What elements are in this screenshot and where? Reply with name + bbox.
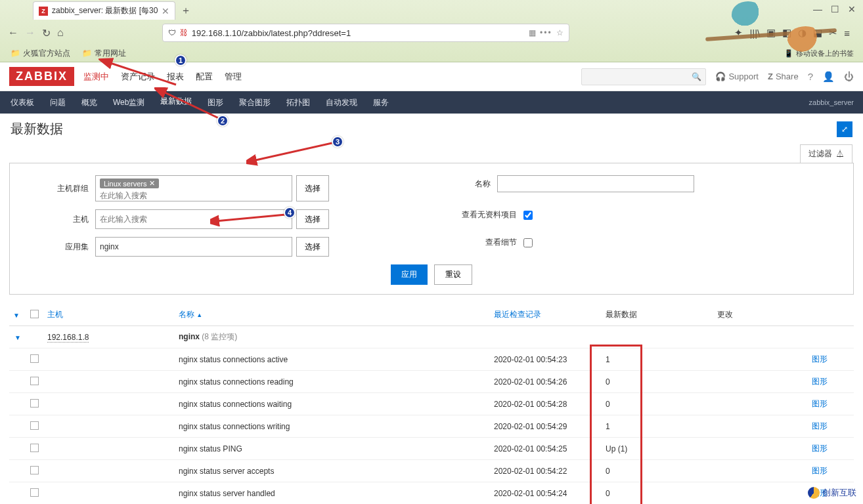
subnav-problems[interactable]: 问题 [49, 91, 67, 115]
application-field[interactable] [100, 242, 288, 251]
subnav-latest[interactable]: 最新数据 [159, 89, 193, 116]
graph-link[interactable]: 图形 [812, 377, 828, 386]
annotation-badge-1: 1 [175, 54, 187, 66]
select-all-checkbox[interactable] [30, 310, 39, 318]
watermark: 创新互联 [808, 487, 856, 499]
th-host[interactable]: 主机 [47, 310, 63, 319]
bookmark-label: 火狐官方站点 [23, 48, 70, 59]
last-check: 2020-02-01 00:54:23 [490, 348, 602, 371]
subnav-services[interactable]: 服务 [372, 91, 390, 115]
graph-link[interactable]: 图形 [812, 444, 828, 453]
row-checkbox[interactable] [30, 466, 39, 474]
host-link[interactable]: 192.168.1.8 [47, 333, 89, 343]
row-checkbox[interactable] [30, 354, 39, 363]
nav-configuration[interactable]: 配置 [196, 63, 213, 91]
name-input[interactable] [497, 175, 694, 192]
nav-reports[interactable]: 报表 [167, 63, 184, 91]
support-link[interactable]: 🎧 Support [715, 72, 759, 81]
bookmark-star-icon[interactable]: ☆ [556, 28, 564, 37]
annotation-badge-2: 2 [217, 115, 229, 127]
item-name: nginx status connections reading [175, 371, 490, 393]
hostgroups-search-field[interactable] [100, 191, 288, 200]
close-window-button[interactable]: ✕ [846, 4, 858, 14]
collapse-all-icon[interactable]: ▼ [13, 312, 20, 319]
global-search[interactable]: 🔍 [581, 68, 706, 85]
collapse-group-icon[interactable]: ▼ [14, 334, 21, 341]
nav-administration[interactable]: 管理 [225, 63, 242, 91]
application-input[interactable] [95, 237, 292, 257]
application-select-button[interactable]: 选择 [296, 237, 329, 257]
filter-panel: 主机群组 Linux servers ✕ 选择 名称 [9, 163, 854, 295]
logout-icon[interactable]: ⏻ [844, 71, 854, 82]
hostgroups-input[interactable]: Linux servers ✕ [95, 175, 292, 201]
show-without-data-checkbox[interactable] [523, 211, 533, 220]
browser-tab[interactable]: Z zabbix_server: 最新数据 [每30 ✕ [33, 1, 175, 20]
home-button[interactable]: ⌂ [57, 27, 64, 39]
last-data: 1 [602, 348, 713, 371]
zabbix-logo[interactable]: ZABBIX [9, 67, 74, 86]
new-tab-button[interactable]: ＋ [181, 4, 191, 18]
bookmark-label: 常用网址 [95, 48, 126, 59]
filter-icon: ⏃ [836, 150, 844, 159]
share-link[interactable]: Z Share [768, 72, 799, 81]
reader-icon[interactable]: ▦ [529, 28, 536, 37]
item-name: nginx status connections waiting [175, 393, 490, 415]
filter-tab[interactable]: 过滤器 ⏃ [800, 144, 852, 163]
hostgroups-select-button[interactable]: 选择 [296, 175, 329, 201]
subnav-maps[interactable]: 拓扑图 [285, 91, 311, 115]
th-change: 更改 [717, 310, 733, 319]
row-checkbox[interactable] [30, 488, 39, 497]
bookmark-common-sites[interactable]: 📁 常用网址 [82, 48, 126, 59]
reload-button[interactable]: ↻ [42, 27, 51, 39]
page-title: 最新数据 [11, 120, 63, 138]
row-checkbox[interactable] [30, 444, 39, 452]
hosts-input[interactable] [95, 209, 292, 229]
subnav-web[interactable]: Web监测 [112, 91, 146, 115]
subnav-screens[interactable]: 聚合图形 [238, 91, 272, 115]
forward-button[interactable]: → [25, 27, 35, 39]
th-last-check[interactable]: 最近检查记录 [494, 310, 541, 319]
hosts-search-field[interactable] [100, 215, 288, 224]
more-icon[interactable]: ••• [540, 28, 552, 37]
search-icon: 🔍 [692, 72, 701, 81]
show-details-checkbox[interactable] [523, 238, 533, 247]
nav-monitoring[interactable]: 监测中 [83, 63, 109, 91]
subnav-dashboard[interactable]: 仪表板 [9, 91, 35, 115]
row-checkbox[interactable] [30, 421, 39, 430]
graph-link[interactable]: 图形 [812, 399, 828, 408]
last-data: 0 [602, 371, 713, 393]
help-icon[interactable]: ? [808, 71, 813, 82]
subnav-graphs[interactable]: 图形 [206, 91, 225, 115]
remove-tag-icon[interactable]: ✕ [149, 179, 155, 188]
hosts-select-button[interactable]: 选择 [296, 209, 329, 229]
folder-icon: 📁 [11, 49, 20, 58]
nav-inventory[interactable]: 资产记录 [121, 63, 155, 91]
annotation-badge-3: 3 [332, 136, 343, 148]
item-count: (8 监控项) [202, 332, 237, 341]
subnav-overview[interactable]: 概览 [80, 91, 99, 115]
th-name[interactable]: 名称 [179, 310, 194, 319]
hostgroup-tag[interactable]: Linux servers ✕ [100, 178, 159, 188]
bookmark-firefox-official[interactable]: 📁 火狐官方站点 [11, 48, 70, 59]
item-name: nginx status server accepts [175, 460, 490, 482]
row-checkbox[interactable] [30, 377, 39, 385]
zabbix-header: ZABBIX 监测中 资产记录 报表 配置 管理 🔍 🎧 Support Z S… [0, 62, 863, 91]
fullscreen-button[interactable]: ⤢ [837, 121, 852, 137]
user-icon[interactable]: 👤 [822, 71, 835, 83]
subnav-discovery[interactable]: 自动发现 [324, 91, 359, 115]
menu-icon[interactable]: ≡ [844, 28, 850, 39]
close-tab-icon[interactable]: ✕ [162, 6, 169, 16]
table-row: nginx status server accepts2020-02-01 00… [9, 460, 854, 482]
reset-button[interactable]: 重设 [434, 264, 472, 285]
row-checkbox[interactable] [30, 399, 39, 408]
table-row: nginx status PING2020-02-01 00:54:25Up (… [9, 438, 854, 460]
graph-link[interactable]: 图形 [812, 466, 828, 475]
shield-icon[interactable]: 🛡 [168, 28, 176, 37]
back-button[interactable]: ← [8, 27, 18, 39]
apply-button[interactable]: 应用 [391, 264, 428, 285]
folder-icon: 📁 [82, 49, 92, 58]
graph-link[interactable]: 图形 [812, 421, 828, 430]
graph-link[interactable]: 图形 [812, 354, 828, 364]
address-bar[interactable]: 🛡 ⛓ 192.168.1.10/zabbix/latest.php?ddres… [162, 24, 569, 42]
last-data: 0 [602, 393, 713, 415]
